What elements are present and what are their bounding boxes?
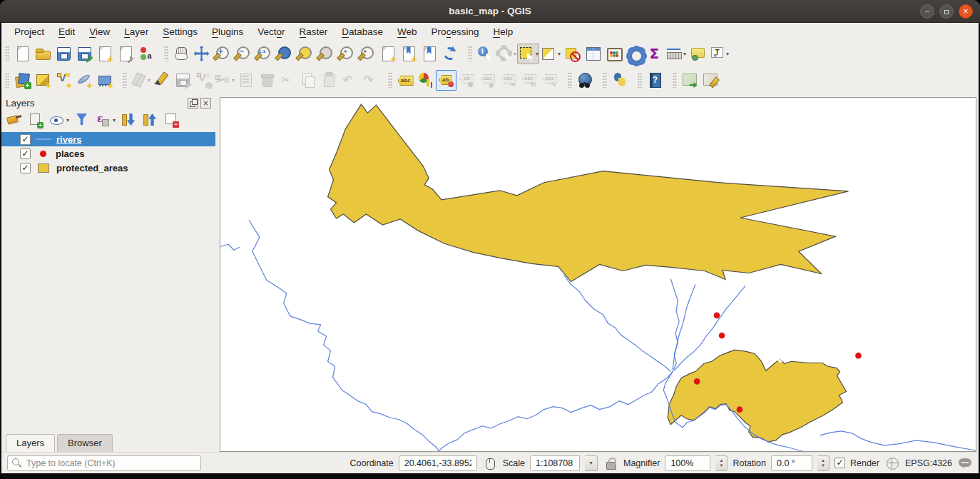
dropdown-arrow-icon[interactable]: ▾ <box>514 51 516 57</box>
modify-attributes-button[interactable] <box>235 70 256 91</box>
rotation-spinner[interactable]: ▲▼ <box>817 455 830 471</box>
layer-checkbox[interactable]: ✓ <box>20 134 31 145</box>
layer-diagram-button[interactable] <box>415 70 436 91</box>
help-contents-button[interactable] <box>644 70 665 91</box>
new-spatial-bookmark-button[interactable] <box>377 44 398 64</box>
toolbar-handle[interactable] <box>568 72 572 88</box>
delete-selected-button[interactable] <box>256 70 277 91</box>
manage-map-themes-button[interactable]: ▾ <box>49 111 69 128</box>
dropdown-arrow-icon[interactable]: ▾ <box>558 51 561 57</box>
menu-plugins[interactable]: Plugins <box>205 24 250 39</box>
lock-scale-icon[interactable] <box>603 455 618 472</box>
processing-toolbox-button[interactable] <box>623 44 644 64</box>
menu-settings[interactable]: Settings <box>155 24 205 39</box>
tab-browser[interactable]: Browser <box>57 434 113 452</box>
open-attribute-table-button[interactable] <box>582 44 603 64</box>
plugin-map-sketch-button[interactable] <box>700 70 720 91</box>
crs-globe-icon[interactable] <box>884 455 900 472</box>
coordinate-field[interactable] <box>399 455 477 471</box>
minimize-button[interactable]: − <box>920 4 934 19</box>
layer-item-places[interactable]: ✓places <box>14 146 215 161</box>
zoom-out-button[interactable]: − <box>233 44 253 64</box>
undo-button[interactable] <box>339 70 359 91</box>
new-print-layout-button[interactable] <box>94 44 115 64</box>
menu-layer[interactable]: Layer <box>117 24 155 39</box>
mouse-position-toggle-icon[interactable] <box>482 455 498 472</box>
style-manager-button[interactable] <box>136 44 156 64</box>
save-project-button[interactable] <box>53 44 73 64</box>
panel-float-button[interactable] <box>188 98 198 109</box>
layer-item-rivers[interactable]: ✓rivers <box>1 132 215 146</box>
close-button[interactable]: × <box>959 4 973 19</box>
filter-legend-button[interactable] <box>73 111 91 128</box>
zoom-last-button[interactable]: ◂ <box>336 44 357 64</box>
layer-checkbox[interactable]: ✓ <box>20 148 31 159</box>
dropdown-arrow-icon[interactable]: ▾ <box>683 51 686 57</box>
zoom-to-selection-button[interactable] <box>295 44 315 64</box>
menu-vector[interactable]: Vector <box>250 24 292 39</box>
magnifier-spinner[interactable]: ▲▼ <box>715 455 728 471</box>
pin-labels-button[interactable] <box>436 70 456 91</box>
new-project-button[interactable] <box>11 44 32 64</box>
redo-button[interactable] <box>359 70 380 91</box>
highlight-pinned-labels-button[interactable] <box>456 70 477 91</box>
identify-features-button[interactable] <box>474 44 495 64</box>
scale-dropdown-button[interactable]: ▾ <box>585 455 598 471</box>
menu-raster[interactable]: Raster <box>292 24 335 39</box>
zoom-next-button[interactable]: ▸ <box>357 44 377 64</box>
menu-help[interactable]: Help <box>486 24 520 39</box>
deselect-features-button[interactable] <box>561 44 582 64</box>
rotation-input[interactable] <box>775 458 808 469</box>
layer-item-protected_areas[interactable]: ✓protected_areas <box>14 161 215 175</box>
pan-map-button[interactable] <box>170 44 191 64</box>
dropdown-arrow-icon[interactable]: ▾ <box>148 77 150 84</box>
magnifier-input[interactable] <box>669 458 706 469</box>
filter-legend-expression-button[interactable]: ▾ <box>95 111 116 128</box>
pan-to-selection-button[interactable] <box>191 44 212 64</box>
menu-processing[interactable]: Processing <box>424 24 486 39</box>
toolbar-handle[interactable] <box>123 72 127 88</box>
spin-up-icon[interactable]: ▲ <box>821 458 825 463</box>
layer-checkbox[interactable]: ✓ <box>20 163 31 173</box>
zoom-full-button[interactable] <box>274 44 295 64</box>
show-hide-labels-button[interactable] <box>477 70 498 91</box>
spin-up-icon[interactable]: ▲ <box>719 458 723 463</box>
spin-down-icon[interactable]: ▼ <box>821 463 825 468</box>
toolbar-handle[interactable] <box>638 72 642 88</box>
new-spatialite-layer-button[interactable] <box>73 70 94 91</box>
scale-field[interactable] <box>530 455 580 471</box>
new-geopackage-layer-button[interactable] <box>32 70 53 91</box>
dropdown-arrow-icon[interactable]: ▾ <box>536 51 539 57</box>
data-source-manager-button[interactable] <box>11 70 32 91</box>
statistical-summary-button[interactable] <box>644 44 665 64</box>
dropdown-arrow-icon[interactable]: ▾ <box>66 117 69 123</box>
magnifier-field[interactable] <box>665 455 710 471</box>
toolbar-handle[interactable] <box>388 72 392 88</box>
toggle-editing-button[interactable] <box>151 70 172 91</box>
crs-status[interactable]: EPSG:4326 <box>905 458 952 468</box>
toolbar-handle[interactable] <box>5 72 9 88</box>
menu-edit[interactable]: Edit <box>51 24 82 39</box>
paste-features-button[interactable] <box>318 70 339 91</box>
zoom-to-layer-button[interactable] <box>315 44 336 64</box>
scale-input[interactable] <box>534 458 576 469</box>
dropdown-arrow-icon[interactable]: ▾ <box>232 77 235 84</box>
collapse-all-button[interactable] <box>141 111 158 128</box>
zoom-native-button[interactable]: 1:1 <box>253 44 274 64</box>
map-canvas[interactable] <box>220 97 976 452</box>
menu-project[interactable]: Project <box>7 24 51 39</box>
dropdown-arrow-icon[interactable]: ▾ <box>113 117 116 123</box>
toolbar-handle[interactable] <box>673 72 677 88</box>
dropdown-arrow-icon[interactable]: ▾ <box>726 51 729 57</box>
cut-features-button[interactable] <box>277 70 297 91</box>
menu-web[interactable]: Web <box>390 24 424 39</box>
select-features-button[interactable]: ▾ <box>517 44 539 64</box>
run-feature-action-button[interactable]: ▾ <box>495 44 517 64</box>
add-group-button[interactable] <box>27 111 44 128</box>
change-label-button[interactable] <box>539 70 560 91</box>
locator-bar[interactable] <box>7 455 201 471</box>
plugin-map-tools-button[interactable] <box>679 70 700 91</box>
coordinate-input[interactable] <box>403 458 473 469</box>
toolbar-handle[interactable] <box>603 72 607 88</box>
show-bookmark-manager-button[interactable] <box>419 44 439 64</box>
